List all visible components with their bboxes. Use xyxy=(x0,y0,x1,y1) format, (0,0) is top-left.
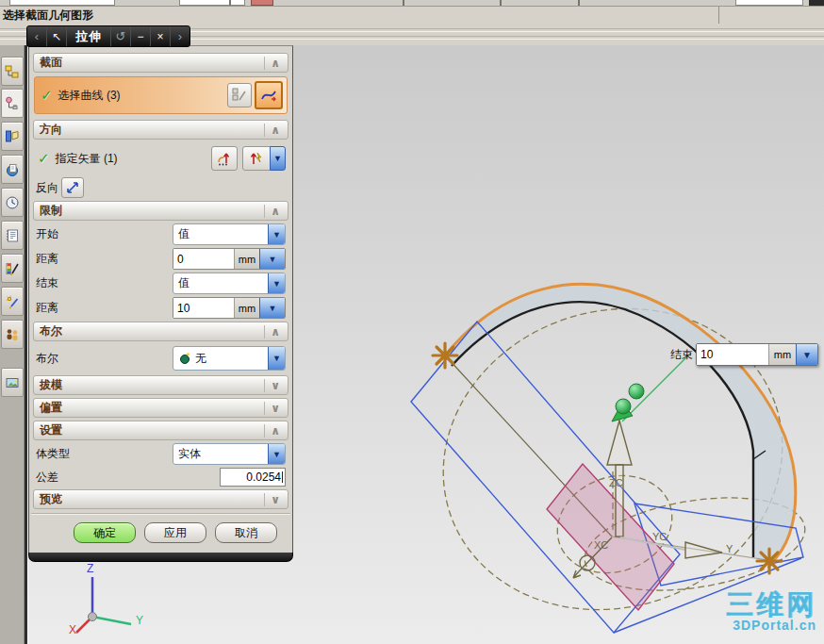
reverse-direction-button[interactable] xyxy=(61,177,84,198)
sidebar-assembly-navigator-button[interactable] xyxy=(1,57,24,86)
triad-origin xyxy=(89,613,97,621)
extrude-dialog: 截面 ∧ ✓ 选择曲线 (3) xyxy=(28,45,293,562)
chevron-down-icon[interactable]: ▼ xyxy=(268,347,285,370)
vector-type-dropdown[interactable]: ▼ xyxy=(270,146,286,171)
cancel-button[interactable]: 取消 xyxy=(215,522,277,543)
triad-z-label: Z xyxy=(87,562,93,575)
dialog-titlebar[interactable]: ‹ ↖ 拉伸 ↺ − × › xyxy=(26,25,190,47)
drag-handle-sphere[interactable] xyxy=(616,399,631,414)
sidebar-history-button[interactable] xyxy=(1,188,24,217)
section-title: 限制 xyxy=(40,203,264,219)
reverse-direction-row: 反向 xyxy=(36,177,286,198)
end-distance-field[interactable]: 10 mm ▼ xyxy=(173,297,286,319)
section-header-direction[interactable]: 方向 ∧ xyxy=(33,120,288,140)
triad-y-label: Y xyxy=(136,614,143,627)
section-title: 拔模 xyxy=(40,377,264,393)
section-header-preview[interactable]: 预览 ∨ xyxy=(33,489,288,509)
back-icon[interactable]: ‹ xyxy=(27,26,47,46)
tolerance-input[interactable]: 0.0254 xyxy=(220,468,286,487)
chevron-down-icon[interactable]: ▼ xyxy=(268,224,285,244)
select-curve-label: 选择曲线 (3) xyxy=(58,88,121,104)
chevron-down-icon: ▼ xyxy=(273,154,282,163)
chevron-down-icon[interactable]: ∨ xyxy=(264,493,286,506)
chevron-down-icon[interactable]: ∨ xyxy=(264,402,286,415)
dialog-bottom-bar[interactable] xyxy=(28,553,293,562)
section-title: 方向 xyxy=(40,122,264,138)
watermark-subtitle: 3DPortal.cn xyxy=(726,619,816,633)
boolean-dropdown[interactable]: 无 ▼ xyxy=(173,346,286,371)
section-tools-button[interactable] xyxy=(227,83,252,107)
vector-type-button[interactable] xyxy=(242,146,271,171)
section-header-offset[interactable]: 偏置 ∨ xyxy=(33,398,288,418)
options-arrow-icon[interactable]: ▼ xyxy=(259,298,285,318)
chevron-down-icon[interactable]: ▼ xyxy=(268,273,285,293)
body-type-row: 体类型 实体 ▼ xyxy=(36,443,286,465)
triad-x-label: X xyxy=(69,623,76,636)
end-distance-options-button[interactable]: ▼ xyxy=(796,344,817,365)
body-type-dropdown[interactable]: 实体 ▼ xyxy=(173,443,286,465)
end-distance-row: 距离 10 mm ▼ xyxy=(36,297,286,319)
select-curve-row[interactable]: ✓ 选择曲线 (3) xyxy=(34,76,288,114)
chevron-down-icon[interactable]: ∨ xyxy=(264,379,286,392)
section-header-section[interactable]: 截面 ∧ xyxy=(33,53,288,73)
end-option-dropdown[interactable]: 值 ▼ xyxy=(173,272,286,294)
start-distance-field[interactable]: 0 mm ▼ xyxy=(173,248,286,270)
chevron-up-icon[interactable]: ∧ xyxy=(264,325,286,339)
ok-button[interactable]: 确定 xyxy=(74,522,136,543)
forward-icon[interactable]: › xyxy=(171,26,190,46)
zc-axis-label: ZC xyxy=(609,477,623,488)
xc-axis-label: XC xyxy=(594,539,608,551)
select-cursor-icon[interactable]: ↖ xyxy=(47,26,67,46)
minimize-icon[interactable]: − xyxy=(131,26,151,46)
cue-text: 选择截面几何图形 xyxy=(0,8,93,24)
options-arrow-icon[interactable]: ▼ xyxy=(259,249,285,269)
clipped-field xyxy=(9,0,115,6)
sidebar-gallery-button[interactable] xyxy=(1,368,24,397)
dialog-title: 拉伸 xyxy=(67,26,111,46)
y-axis-arrow[interactable] xyxy=(685,542,722,558)
statusbar-divider xyxy=(718,7,719,24)
section-title: 预览 xyxy=(40,491,264,507)
apply-button[interactable]: 应用 xyxy=(144,522,206,543)
section-header-boolean[interactable]: 布尔 ∧ xyxy=(33,322,288,341)
check-icon: ✓ xyxy=(38,150,50,167)
vector-dialog-icon xyxy=(216,150,233,167)
sidebar-visual-effects-button[interactable] xyxy=(1,287,24,316)
end-label: 结束 xyxy=(36,275,58,291)
wcs-triad xyxy=(76,577,131,633)
end-distance-input[interactable]: 10 xyxy=(697,344,768,365)
drag-handle-sphere[interactable] xyxy=(629,384,644,399)
sidebar-notebook-button[interactable] xyxy=(1,221,24,250)
clipped-field xyxy=(735,0,803,6)
chevron-down-icon[interactable]: ▼ xyxy=(268,444,285,464)
section-header-settings[interactable]: 设置 ∧ xyxy=(33,421,288,440)
chevron-up-icon[interactable]: ∧ xyxy=(264,124,286,137)
start-option-dropdown[interactable]: 值 ▼ xyxy=(173,223,286,245)
body-type-label: 体类型 xyxy=(36,446,70,462)
end-distance-input[interactable]: 10 xyxy=(173,298,234,318)
chevron-up-icon[interactable]: ∧ xyxy=(264,205,286,218)
check-icon: ✓ xyxy=(41,87,53,104)
end-distance-unit: mm xyxy=(768,344,796,365)
start-distance-input[interactable]: 0 xyxy=(173,249,234,269)
boolean-label: 布尔 xyxy=(36,351,58,367)
section-header-limits[interactable]: 限制 ∧ xyxy=(33,201,288,221)
sidebar-reuse-library-button[interactable] xyxy=(1,155,24,184)
clipped-dark-block xyxy=(809,0,824,6)
close-icon[interactable]: × xyxy=(151,26,171,46)
sidebar-visualization-button[interactable] xyxy=(1,254,24,283)
chevron-up-icon[interactable]: ∧ xyxy=(264,424,286,438)
visualization-rainbow-icon xyxy=(5,261,20,276)
watermark: 三维网 3DPortal.cn xyxy=(726,590,816,633)
section-title: 截面 xyxy=(40,55,264,71)
sidebar-part-navigator-button[interactable] xyxy=(1,122,24,151)
sketch-section-button[interactable] xyxy=(255,81,283,109)
sidebar-roles-button[interactable] xyxy=(1,320,24,349)
reset-icon[interactable]: ↺ xyxy=(111,26,131,46)
sidebar-constraint-navigator-button[interactable] xyxy=(1,89,24,118)
chevron-up-icon[interactable]: ∧ xyxy=(264,57,286,70)
vector-dialog-button[interactable] xyxy=(211,146,238,171)
gallery-image-icon xyxy=(5,375,20,390)
section-header-draft[interactable]: 拔模 ∨ xyxy=(33,375,288,395)
dialog-footer: 确定 应用 取消 xyxy=(29,522,277,543)
